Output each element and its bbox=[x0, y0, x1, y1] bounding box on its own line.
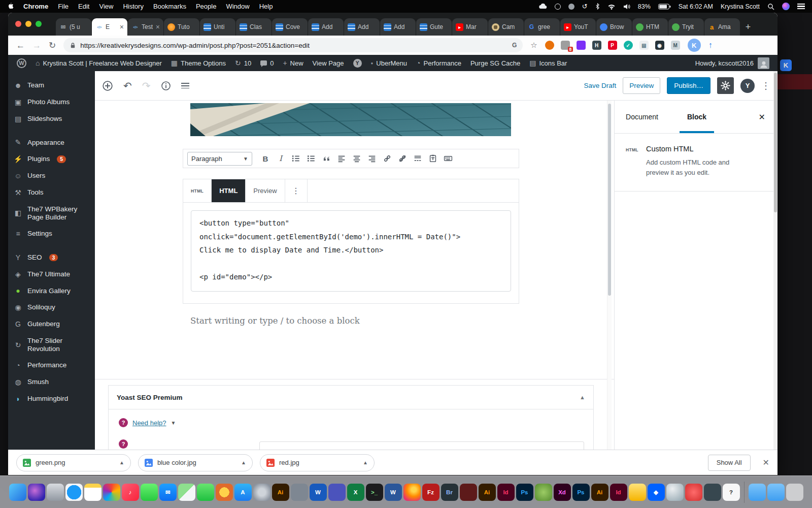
new-tab-button[interactable]: + bbox=[740, 18, 756, 36]
collapse-icon[interactable]: ▲ bbox=[580, 394, 585, 400]
wp-logo[interactable]: W bbox=[12, 55, 31, 71]
editor-canvas[interactable]: Paragraph▼ BI HTML HTML Preview ⋮ <butto… bbox=[95, 101, 614, 450]
browser-tab[interactable]: Add bbox=[380, 18, 416, 36]
dock-messages-icon[interactable] bbox=[141, 484, 158, 501]
dock-mail-icon[interactable]: ✉ bbox=[159, 484, 177, 501]
dock-system-preferences-icon[interactable] bbox=[253, 484, 270, 501]
close-window-button[interactable] bbox=[15, 21, 21, 27]
dock-folder-apps-icon[interactable] bbox=[749, 484, 766, 501]
desktop-icon-k[interactable]: K bbox=[780, 59, 792, 71]
browser-tab[interactable]: Brow bbox=[596, 18, 632, 36]
sidebar-item-tools[interactable]: ⚒Tools bbox=[8, 184, 95, 201]
menubar-menu-window[interactable]: Window bbox=[226, 3, 249, 10]
adminbar-howdy[interactable]: Howdy, kcscott2016 bbox=[695, 59, 754, 67]
adminbar-comments[interactable]: 0 bbox=[256, 55, 278, 71]
dock-slate-app-icon[interactable] bbox=[704, 484, 721, 501]
address-bar[interactable]: https://kreativekrysdesigns.com/wp-admin… bbox=[63, 38, 523, 52]
adminbar-purge-cache[interactable]: Purge SG Cache bbox=[466, 55, 525, 71]
dock-photoshop-2-icon[interactable]: Ps bbox=[572, 484, 590, 501]
menubar-menu-file[interactable]: File bbox=[58, 3, 69, 10]
url-text[interactable]: https://kreativekrysdesigns.com/wp-admin… bbox=[80, 42, 508, 49]
scrollbar-thumb[interactable] bbox=[774, 73, 777, 212]
dock-sphere-icon[interactable] bbox=[666, 484, 684, 501]
bullet-list-icon[interactable] bbox=[290, 152, 302, 165]
close-downloads-icon[interactable]: ✕ bbox=[763, 458, 769, 467]
custom-html-block[interactable]: HTML HTML Preview ⋮ <button type="button… bbox=[183, 179, 519, 304]
dock-photos-icon[interactable] bbox=[103, 484, 120, 501]
dock-illustrator-icon[interactable]: Ai bbox=[272, 484, 289, 501]
dock-app-store-icon[interactable]: A bbox=[234, 484, 252, 501]
extension-check-icon[interactable]: ✓ bbox=[624, 41, 633, 50]
adminbar-site-name[interactable]: ⌂Krystina Scott | Freelance Web Designer bbox=[31, 55, 166, 71]
tab-preview[interactable]: Preview bbox=[246, 179, 285, 202]
bookmark-star-icon[interactable]: ☆ bbox=[530, 41, 537, 50]
dock-music-icon[interactable]: ♪ bbox=[122, 484, 139, 501]
browser-tab[interactable]: Tuto bbox=[164, 18, 199, 36]
menubar-clock[interactable]: Sat 6:02 AM bbox=[679, 3, 713, 10]
sidebar-item-slideshows[interactable]: ▤Slideshows bbox=[8, 111, 95, 128]
unlink-icon[interactable] bbox=[396, 152, 409, 165]
menubar-app-name[interactable]: Chrome bbox=[23, 3, 48, 10]
dock-photoshop-icon[interactable]: Ps bbox=[516, 484, 533, 501]
block-appender-placeholder[interactable]: Start writing or type / to choose a bloc… bbox=[190, 316, 360, 326]
publish-button[interactable]: Publish… bbox=[667, 77, 710, 94]
sidebar-item-settings[interactable]: ≡Settings bbox=[8, 226, 95, 242]
preview-button[interactable]: Preview bbox=[623, 77, 660, 94]
italic-icon[interactable]: I bbox=[275, 152, 287, 165]
extension-gem-icon[interactable] bbox=[577, 41, 586, 50]
browser-tab[interactable]: ▶YouT bbox=[560, 18, 596, 36]
redo-icon[interactable]: ↷ bbox=[142, 81, 151, 91]
sidebar-item-seo[interactable]: YSEO3 bbox=[8, 249, 95, 266]
browser-tab[interactable]: Clas bbox=[236, 18, 272, 36]
browser-tab[interactable]: HTM bbox=[632, 18, 668, 36]
help-question-icon[interactable]: ? bbox=[119, 418, 128, 427]
adminbar-new[interactable]: +New bbox=[278, 55, 308, 71]
settings-gear-button[interactable] bbox=[717, 77, 734, 94]
sidebar-item-the7-ultimate[interactable]: ◈The7 Ultimate bbox=[8, 266, 95, 283]
sidebar-item-users[interactable]: ☺Users bbox=[8, 168, 95, 184]
sidebar-item-plugins[interactable]: ⚡Plugins5 bbox=[8, 151, 95, 168]
chevron-up-icon[interactable]: ▲ bbox=[241, 460, 246, 465]
block-options-icon[interactable]: ⋮ bbox=[285, 179, 308, 202]
record-status-icon[interactable] bbox=[555, 4, 561, 10]
tab-close-icon[interactable]: × bbox=[156, 23, 160, 30]
dock-utility-icon[interactable] bbox=[291, 484, 308, 501]
browser-scrollbar[interactable] bbox=[773, 71, 777, 450]
time-machine-icon[interactable]: ↺ bbox=[582, 3, 588, 10]
spotlight-search-icon[interactable] bbox=[767, 3, 774, 10]
chevron-up-icon[interactable]: ▲ bbox=[119, 460, 124, 465]
dock-filezilla-icon[interactable]: Fz bbox=[422, 484, 439, 501]
back-icon[interactable]: ← bbox=[16, 41, 25, 50]
browser-tab[interactable]: Gute bbox=[416, 18, 452, 36]
dock-excel-icon[interactable]: X bbox=[347, 484, 364, 501]
block-navigation-icon[interactable] bbox=[181, 83, 189, 88]
dock-finder-icon[interactable] bbox=[9, 484, 26, 501]
browser-tab[interactable]: Add bbox=[308, 18, 344, 36]
dock-maps-icon[interactable] bbox=[178, 484, 195, 501]
insert-more-icon[interactable] bbox=[412, 152, 424, 165]
share-icon[interactable]: ↑ bbox=[708, 41, 713, 50]
html-code-editor[interactable]: <button type="button"onclick="document.g… bbox=[191, 210, 511, 292]
apple-menu-icon[interactable] bbox=[7, 2, 14, 11]
tab-html[interactable]: HTML bbox=[212, 179, 246, 202]
dock-yellow-app-icon[interactable] bbox=[629, 484, 646, 501]
save-draft-button[interactable]: Save Draft bbox=[584, 82, 616, 89]
dock-terminal-icon[interactable]: >_ bbox=[366, 484, 383, 501]
translate-icon[interactable]: G bbox=[512, 42, 517, 49]
more-tools-icon[interactable]: ⋮ bbox=[761, 80, 770, 91]
dock-word-2-icon[interactable]: W bbox=[385, 484, 402, 501]
content-structure-icon[interactable] bbox=[161, 81, 171, 91]
paragraph-style-dropdown[interactable]: Paragraph▼ bbox=[187, 152, 252, 166]
download-item[interactable]: blue color.jpg▲ bbox=[138, 454, 253, 471]
dock-indesign-icon[interactable]: Id bbox=[497, 484, 515, 501]
browser-tab[interactable]: aAma bbox=[704, 18, 740, 36]
keyboard-icon[interactable] bbox=[442, 152, 454, 165]
extension-m-icon[interactable]: M bbox=[671, 41, 680, 50]
help-question-icon[interactable]: ? bbox=[119, 439, 128, 449]
download-item[interactable]: red.jpg▲ bbox=[260, 454, 375, 471]
menubar-menu-edit[interactable]: Edit bbox=[78, 3, 89, 10]
browser-tab[interactable]: Unti bbox=[200, 18, 235, 36]
battery-icon[interactable] bbox=[658, 4, 671, 10]
dock-trash-icon[interactable] bbox=[786, 484, 803, 501]
dock-launchpad-icon[interactable] bbox=[47, 484, 64, 501]
